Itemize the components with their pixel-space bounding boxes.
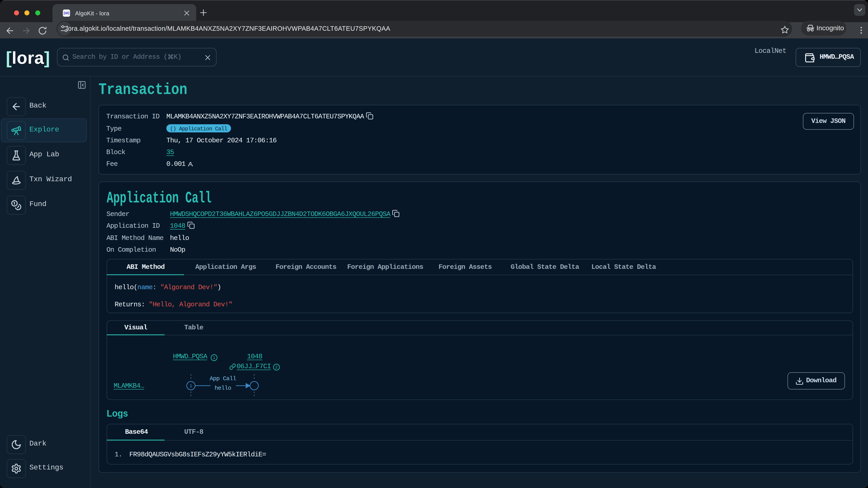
svg-text:2: 2 (275, 365, 278, 369)
svg-text:1: 1 (213, 355, 215, 360)
svg-text:App Call: App Call (210, 375, 236, 382)
svg-text:1: 1 (189, 383, 192, 388)
svg-text:hello: hello (214, 385, 231, 391)
